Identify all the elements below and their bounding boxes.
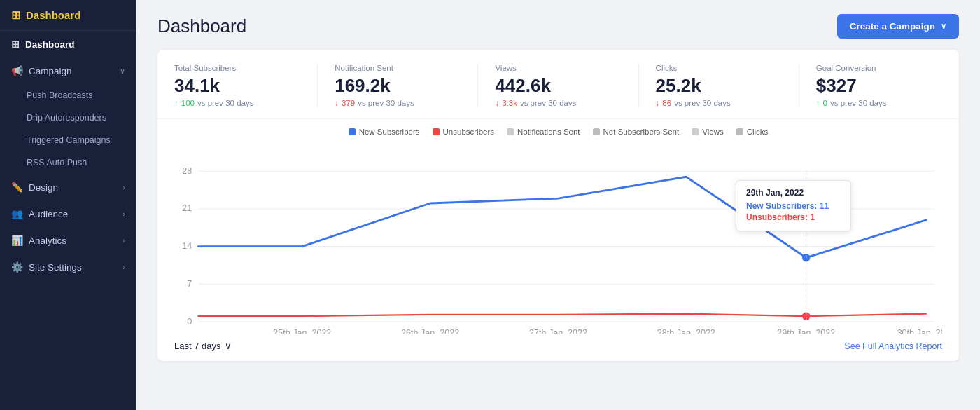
chart-svg-wrap: 0 7 14 21 28 25th Jan, 2022 26th Jan, 20… [174,142,942,334]
design-chevron-icon: › [122,183,125,191]
sidebar-item-site-settings[interactable]: ⚙️ Site Settings › [0,254,136,280]
sidebar-audience-label: Audience [29,209,68,219]
svg-text:28th Jan, 2022: 28th Jan, 2022 [657,328,715,334]
legend-unsubscribers-dot [433,128,440,135]
red-line [198,314,926,316]
svg-text:28: 28 [182,166,192,176]
stat-views-down-icon [495,99,499,107]
svg-text:0: 0 [187,317,192,327]
legend-net-subscribers-sent: Net Subscribers Sent [593,128,680,136]
legend-notifications-sent-dot [507,128,514,135]
sidebar-item-analytics[interactable]: 📊 Analytics › [0,227,136,254]
legend-net-subscribers-dot [593,128,600,135]
stat-views: Views 442.6k 3.3k vs prev 30 days [495,64,638,107]
sidebar-analytics-label: Analytics [29,235,66,246]
sidebar-item-triggered-campaigns[interactable]: Triggered Campaigns [0,129,136,151]
stat-change-up-icon [174,99,178,107]
sidebar-item-dashboard[interactable]: ⊞ Dashboard [0,31,136,57]
sidebar-item-push-broadcasts[interactable]: Push Broadcasts [0,84,136,107]
full-analytics-link[interactable]: See Full Analytics Report [844,341,942,351]
legend-views: Views [692,128,723,136]
sidebar-item-design[interactable]: ✏️ Design › [0,174,136,200]
campaign-icon: 📢 [11,65,23,76]
days-filter[interactable]: Last 7 days ∨ [174,341,232,351]
legend-unsubscribers: Unsubscribers [433,128,495,136]
stat-change-down-icon [335,99,339,107]
analytics-chevron-icon: › [122,236,125,245]
dashboard-icon: ⊞ [11,39,20,50]
legend-views-dot [692,128,699,135]
campaign-chevron-icon: ∨ [120,67,125,76]
dashboard-card: Total Subscribers 34.1k 100 vs prev 30 d… [158,50,959,361]
sidebar-logo-label: Dashboard [26,9,80,21]
chart-area: New Subscribers Unsubscribers Notificati… [158,119,959,334]
sidebar-logo[interactable]: ⊞ Dashboard [0,0,136,31]
page-header: Dashboard Create a Campaign ∨ [136,0,980,50]
main-content: Dashboard Create a Campaign ∨ Total Subs… [136,0,980,410]
svg-text:21: 21 [182,203,192,213]
svg-text:30th Jan, 2022: 30th Jan, 2022 [897,328,942,334]
audience-icon: 👥 [11,208,23,219]
legend-new-subscribers-dot [349,128,356,135]
svg-text:29th Jan, 2022: 29th Jan, 2022 [777,328,835,334]
legend-clicks-dot [736,128,743,135]
chart-bottom: Last 7 days ∨ See Full Analytics Report [158,334,959,361]
logo-icon: ⊞ [11,8,20,22]
sidebar-item-audience[interactable]: 👥 Audience › [0,200,136,227]
sidebar-item-campaign[interactable]: 📢 Campaign ∨ [0,57,136,84]
sidebar-campaign-label: Campaign [29,66,72,76]
sidebar-item-rss-auto-push[interactable]: RSS Auto Push [0,151,136,174]
create-btn-chevron-icon: ∨ [941,22,946,31]
stat-clicks: Clicks 25.2k 86 vs prev 30 days [656,64,799,107]
svg-text:25th Jan, 2022: 25th Jan, 2022 [273,328,331,334]
stats-row: Total Subscribers 34.1k 100 vs prev 30 d… [158,50,959,119]
site-settings-chevron-icon: › [122,263,125,271]
svg-text:7: 7 [187,279,192,289]
create-campaign-button[interactable]: Create a Campaign ∨ [837,14,959,39]
days-filter-chevron-icon: ∨ [225,341,232,351]
audience-chevron-icon: › [122,210,125,218]
page-title: Dashboard [158,15,246,37]
svg-text:14: 14 [182,241,192,251]
svg-text:27th Jan, 2022: 27th Jan, 2022 [529,328,587,334]
stat-notification-sent: Notification Sent 169.2k 379 vs prev 30 … [335,64,478,107]
legend-notifications-sent: Notifications Sent [507,128,580,136]
blue-line [198,177,926,257]
svg-text:26th Jan, 2022: 26th Jan, 2022 [401,328,459,334]
sidebar: ⊞ Dashboard ⊞ Dashboard 📢 Campaign ∨ Pus… [0,0,136,410]
stat-total-subscribers: Total Subscribers 34.1k 100 vs prev 30 d… [174,64,318,107]
stat-goal-conversion: Goal Conversion $327 0 vs prev 30 days [816,64,942,107]
site-settings-icon: ⚙️ [11,261,23,273]
chart-legend: New Subscribers Unsubscribers Notificati… [174,128,942,136]
sidebar-design-label: Design [29,182,58,193]
sidebar-site-settings-label: Site Settings [29,262,82,273]
sidebar-dashboard-label: Dashboard [25,39,75,50]
sidebar-item-drip-autoresponders[interactable]: Drip Autoresponders [0,107,136,129]
chart-svg: 0 7 14 21 28 25th Jan, 2022 26th Jan, 20… [174,142,942,334]
legend-clicks: Clicks [736,128,769,136]
stat-goal-up-icon [816,99,820,107]
analytics-icon: 📊 [11,235,23,246]
design-icon: ✏️ [11,182,23,193]
stat-clicks-down-icon [656,99,660,107]
legend-new-subscribers: New Subscribers [349,128,420,136]
